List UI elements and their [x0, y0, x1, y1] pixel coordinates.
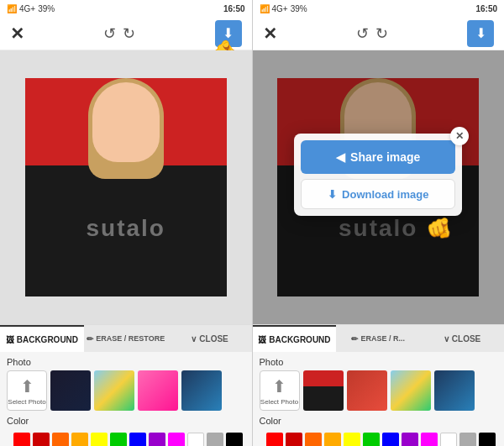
right-tab-background[interactable]: 🖼 BACKGROUND [253, 325, 337, 352]
left-swatch-9[interactable] [168, 433, 185, 446]
left-swatch-3[interactable] [52, 433, 69, 446]
left-thumb-1[interactable] [50, 370, 91, 411]
right-photo-row: ⬆ Select Photo [260, 370, 498, 411]
right-select-photo-button[interactable]: ⬆ Select Photo [260, 370, 300, 411]
left-swatch-11[interactable] [207, 433, 223, 446]
right-panel: 📶 4G+ 39% 16:50 ✕ ↺ ↻ ⬇ sutalo ✕ [253, 0, 505, 446]
right-close-button[interactable]: ✕ [263, 24, 277, 44]
left-swatch-2[interactable] [33, 433, 50, 446]
share-label: Share image [350, 150, 420, 164]
left-swatch-5[interactable] [91, 433, 108, 446]
right-tab-close[interactable]: ∨ CLOSE [420, 325, 504, 352]
left-toolbar-left: ✕ [10, 24, 24, 44]
download-img-label: Download image [342, 188, 428, 201]
right-upload-icon: ⬆ [272, 376, 286, 396]
popup-overlay: ✕ ◀ Share image ⬇ Download image 🫵 [253, 50, 505, 324]
left-panel: 📶 4G+ 39% 16:50 ✕ ↺ ↻ ⬇ 🫵 su [0, 0, 252, 446]
right-wifi-icon: 📶 [260, 4, 270, 13]
right-swatch-10[interactable] [440, 433, 457, 446]
left-erase-icon: ✏ [87, 334, 93, 344]
left-swatch-10[interactable] [187, 433, 204, 446]
right-photo-section: Photo ⬆ Select Photo [253, 352, 505, 414]
right-tabs-row: 🖼 BACKGROUND ✏ ERASE / R... ∨ CLOSE [253, 325, 505, 352]
right-erase-icon: ✏ [351, 334, 358, 344]
share-image-button[interactable]: ◀ Share image [301, 140, 455, 174]
right-canvas: sutalo ✕ ◀ Share image ⬇ Download image … [253, 50, 505, 324]
download-image-button[interactable]: ⬇ Download image [301, 179, 455, 209]
right-photo-label: Photo [260, 357, 498, 367]
left-upload-icon: ⬆ [20, 376, 34, 396]
left-download-icon: ⬇ [223, 25, 234, 41]
left-tab-close[interactable]: ∨ CLOSE [168, 325, 252, 352]
left-swatch-1[interactable] [13, 433, 30, 446]
right-redo-button[interactable]: ↻ [375, 24, 388, 43]
download-img-icon: ⬇ [328, 188, 337, 201]
right-download-button[interactable]: ⬇ [467, 20, 494, 47]
right-thumb-3[interactable] [391, 370, 431, 411]
left-person-head [92, 82, 160, 162]
left-swatch-6[interactable] [110, 433, 127, 446]
right-time: 16:50 [475, 4, 497, 13]
right-swatch-7[interactable] [382, 433, 399, 446]
right-chevron-icon: ∨ [444, 334, 449, 344]
right-bg-icon: 🖼 [258, 335, 266, 344]
right-color-section: Color [253, 414, 505, 446]
left-thumb-2[interactable] [94, 370, 134, 411]
hand-cursor-right: 🫵 [423, 210, 459, 246]
right-download-icon: ⬇ [475, 25, 486, 41]
left-tab-erase[interactable]: ✏ ERASE / RESTORE [84, 325, 168, 352]
left-watermark: sutalo [87, 215, 165, 242]
left-toolbar: ✕ ↺ ↻ ⬇ 🫵 [0, 17, 252, 50]
right-swatch-9[interactable] [421, 433, 438, 446]
right-battery-label: 39% [291, 4, 307, 13]
right-thumb-2[interactable] [347, 370, 387, 411]
right-network-label: 4G+ [272, 4, 288, 13]
right-tab-erase[interactable]: ✏ ERASE / R... [336, 325, 420, 352]
left-bottom-panel: 🖼 BACKGROUND ✏ ERASE / RESTORE ∨ CLOSE P… [0, 324, 252, 446]
right-toolbar: ✕ ↺ ↻ ⬇ [253, 17, 505, 50]
left-color-row [7, 429, 245, 446]
right-swatch-11[interactable] [459, 433, 476, 446]
right-status-left: 📶 4G+ 39% [260, 4, 307, 13]
right-swatch-12[interactable] [479, 433, 496, 446]
left-photo-label: Photo [7, 357, 245, 367]
right-swatch-4[interactable] [324, 433, 341, 446]
left-swatch-12[interactable] [226, 433, 243, 446]
left-thumb-4[interactable] [181, 370, 222, 411]
left-tab-background[interactable]: 🖼 BACKGROUND [0, 325, 84, 352]
right-swatch-5[interactable] [344, 433, 360, 446]
right-swatch-3[interactable] [305, 433, 322, 446]
left-time: 16:50 [223, 4, 245, 13]
left-download-button[interactable]: ⬇ [215, 20, 242, 47]
popup-box: ✕ ◀ Share image ⬇ Download image 🫵 [294, 134, 462, 216]
left-swatch-8[interactable] [149, 433, 165, 446]
right-thumb-1[interactable] [303, 370, 344, 411]
right-color-label: Color [260, 416, 498, 426]
left-main-image [25, 78, 227, 296]
left-close-button[interactable]: ✕ [10, 24, 24, 44]
left-undo-button[interactable]: ↺ [103, 24, 116, 43]
left-redo-button[interactable]: ↻ [123, 24, 135, 43]
left-swatch-7[interactable] [129, 433, 146, 446]
left-thumb-3[interactable] [138, 370, 178, 411]
left-tabs-row: 🖼 BACKGROUND ✏ ERASE / RESTORE ∨ CLOSE [0, 325, 252, 352]
left-select-photo-button[interactable]: ⬆ Select Photo [7, 370, 47, 411]
right-toolbar-left: ✕ [263, 24, 277, 44]
right-color-row [260, 429, 498, 446]
right-undo-button[interactable]: ↺ [356, 24, 369, 43]
left-chevron-icon: ∨ [191, 334, 197, 344]
popup-close-button[interactable]: ✕ [450, 127, 469, 145]
right-thumb-4[interactable] [434, 370, 475, 411]
left-status-left: 📶 4G+ 39% [7, 4, 55, 13]
left-photo-row: ⬆ Select Photo [7, 370, 245, 411]
left-wifi-icon: 📶 [7, 4, 17, 13]
left-color-section: Color [0, 414, 252, 446]
left-color-label: Color [7, 416, 245, 426]
right-swatch-1[interactable] [266, 433, 283, 446]
right-swatch-2[interactable] [286, 433, 302, 446]
right-swatch-8[interactable] [402, 433, 418, 446]
right-swatch-6[interactable] [363, 433, 380, 446]
left-swatch-4[interactable] [71, 433, 88, 446]
left-person-silhouette [25, 78, 227, 296]
left-status-bar: 📶 4G+ 39% 16:50 [0, 0, 252, 17]
